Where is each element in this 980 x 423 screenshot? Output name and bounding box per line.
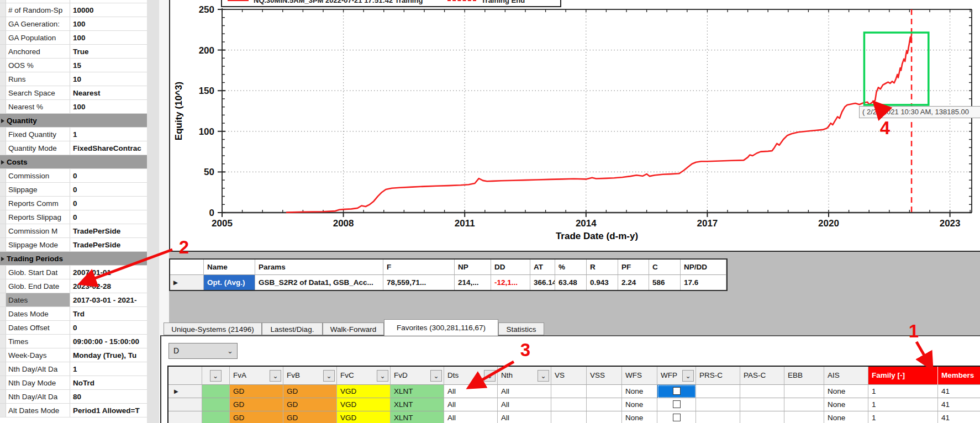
property-value[interactable]: 100 <box>70 31 147 44</box>
property-value[interactable]: FixedShareContrac <box>70 141 147 155</box>
results-col-dd[interactable]: DD <box>491 260 530 275</box>
cell-gutter[interactable] <box>168 398 202 411</box>
favorites-col-ais[interactable]: AIS <box>824 367 868 385</box>
property-value[interactable]: TradePerSide <box>70 224 147 237</box>
column-filter-dropdown-icon[interactable]: ⌄ <box>377 370 388 382</box>
cell-members[interactable]: 41 <box>938 411 980 423</box>
section-expand-icon[interactable] <box>0 114 6 127</box>
cell-ais[interactable]: None <box>824 398 868 411</box>
results-col-pf[interactable]: PF <box>618 260 649 275</box>
column-filter-dropdown-icon[interactable]: ⌄ <box>682 370 694 382</box>
cell-ais[interactable]: None <box>824 411 868 423</box>
favorites-col-wfs[interactable]: WFS <box>622 367 657 385</box>
results-cell-[interactable]: 63.48 <box>555 275 587 290</box>
tab-walk-forward[interactable]: Walk-Forward <box>323 322 384 335</box>
cell-prs-c[interactable] <box>696 398 740 411</box>
property-grid-scrollbar[interactable] <box>147 0 159 423</box>
results-col-[interactable]: % <box>555 260 587 275</box>
property-value[interactable]: Nearest <box>70 86 147 99</box>
favorites-col-sel[interactable]: ⌄ <box>202 367 230 385</box>
cell-fvb[interactable]: GD <box>283 385 337 398</box>
property-value[interactable]: 1 <box>70 362 147 376</box>
tab-favorites[interactable]: Favorites (300,281,116,67) <box>384 319 498 336</box>
results-cell-at[interactable]: 366.14 <box>530 275 555 290</box>
property-value[interactable]: 0 <box>70 197 147 210</box>
favorites-col-fva[interactable]: FvA⌄ <box>230 367 283 385</box>
cell-gutter[interactable] <box>168 411 202 423</box>
favorites-col-fvd[interactable]: FvD⌄ <box>391 367 444 385</box>
property-value[interactable]: Trd <box>70 307 147 320</box>
cell-ebb[interactable] <box>784 411 824 423</box>
cell-wfp[interactable] <box>657 398 696 411</box>
cell-vss[interactable] <box>587 385 622 398</box>
cell-fvb[interactable]: GD <box>283 398 337 411</box>
results-col-np[interactable]: NP <box>455 260 491 275</box>
cell-family[interactable]: 1 <box>868 385 938 398</box>
favorites-col-nth[interactable]: Nth⌄ <box>498 367 551 385</box>
cell-pas-c[interactable] <box>740 411 784 423</box>
results-cell-name[interactable]: Opt. (Avg.) <box>204 275 255 290</box>
property-value[interactable]: 0 <box>70 210 147 224</box>
property-value[interactable]: NoTrd <box>70 376 147 389</box>
property-value[interactable]: 100 <box>70 17 147 30</box>
results-cell-c[interactable]: 586 <box>649 275 681 290</box>
property-value[interactable]: 1 <box>70 128 147 141</box>
cell-nth[interactable]: All <box>498 398 551 411</box>
column-filter-dropdown-icon[interactable]: ⌄ <box>323 370 335 382</box>
property-value[interactable]: 0 <box>70 183 147 196</box>
cell-prs-c[interactable] <box>696 411 740 423</box>
wfp-checkbox[interactable] <box>673 387 681 395</box>
property-value[interactable]: Monday (True), Tu <box>70 348 147 362</box>
cell-members[interactable]: 41 <box>938 398 980 411</box>
cell-pas-c[interactable] <box>740 398 784 411</box>
tab-unique-systems[interactable]: Unique-Systems (21496) <box>164 322 262 335</box>
wfp-checkbox[interactable] <box>673 400 681 408</box>
cell-fvb[interactable]: GD <box>283 411 337 423</box>
results-cell-pf[interactable]: 2.24 <box>618 275 649 290</box>
section-expand-icon[interactable] <box>0 252 6 265</box>
property-value[interactable]: 15 <box>70 59 147 72</box>
results-cell-params[interactable]: GSB_S2R2 of Data1, GSB_Acc... <box>255 275 383 290</box>
cell-fvd[interactable]: XLNT <box>391 411 444 423</box>
property-value[interactable]: 2017-03-01 - 2021- <box>70 293 147 306</box>
cell-nth[interactable]: All <box>498 385 551 398</box>
cell-members[interactable]: 41 <box>938 385 980 398</box>
property-section-costs[interactable]: Costs <box>0 155 147 169</box>
cell-family[interactable]: 1 <box>868 411 938 423</box>
results-col-c[interactable]: C <box>649 260 681 275</box>
column-filter-dropdown-icon[interactable]: ⌄ <box>210 370 222 382</box>
results-col-params[interactable]: Params <box>255 260 383 275</box>
results-cell-np[interactable]: 214,... <box>455 275 491 290</box>
table-row[interactable]: GDGDVGDXLNTAllAllNoneNone141 <box>168 398 980 411</box>
cell-vs[interactable] <box>551 385 587 398</box>
property-section-trading-periods[interactable]: Trading Periods <box>0 252 147 266</box>
results-cell-np-dd[interactable]: 17.6 <box>681 275 726 290</box>
cell-ebb[interactable] <box>784 385 824 398</box>
favorites-col-family[interactable]: Family [-] <box>868 367 938 385</box>
results-col-gutter[interactable] <box>170 260 204 275</box>
favorites-col-fvc[interactable]: FvC⌄ <box>337 367 391 385</box>
results-col-f[interactable]: F <box>383 260 455 275</box>
cell-nth[interactable]: All <box>498 411 551 423</box>
cell-pas-c[interactable] <box>740 385 784 398</box>
cell-fva[interactable]: GD <box>230 411 283 423</box>
favorites-col-fvb[interactable]: FvB⌄ <box>283 367 337 385</box>
cell-wfs[interactable]: None <box>622 385 657 398</box>
table-row[interactable]: GDGDVGDXLNTAllAllNoneNone141 <box>168 411 980 423</box>
results-cell-dd[interactable]: -12,1... <box>491 275 530 290</box>
cell-vss[interactable] <box>587 398 622 411</box>
tab-lastest-diag[interactable]: Lastest/Diag. <box>262 322 323 335</box>
favorites-col-vss[interactable]: VSS <box>587 367 622 385</box>
table-row[interactable]: ▶GDGDVGDXLNTAllAllNoneNone141 <box>168 385 980 398</box>
favorites-col-members[interactable]: Members <box>938 367 980 385</box>
property-value[interactable]: Period1 Allowed=T <box>70 404 147 417</box>
cell-fva[interactable]: GD <box>230 398 283 411</box>
cell-sel[interactable] <box>202 398 230 411</box>
cell-sel[interactable] <box>202 385 230 398</box>
cell-fvc[interactable]: VGD <box>337 411 391 423</box>
column-filter-dropdown-icon[interactable]: ⌄ <box>538 370 549 382</box>
favorites-col-pas-c[interactable]: PAS-C <box>740 367 784 385</box>
favorites-filter-dropdown[interactable]: D ⌄ <box>168 343 238 359</box>
property-value[interactable]: TradePerSide <box>70 238 147 251</box>
favorites-col-wfp[interactable]: WFP⌄ <box>657 367 696 385</box>
